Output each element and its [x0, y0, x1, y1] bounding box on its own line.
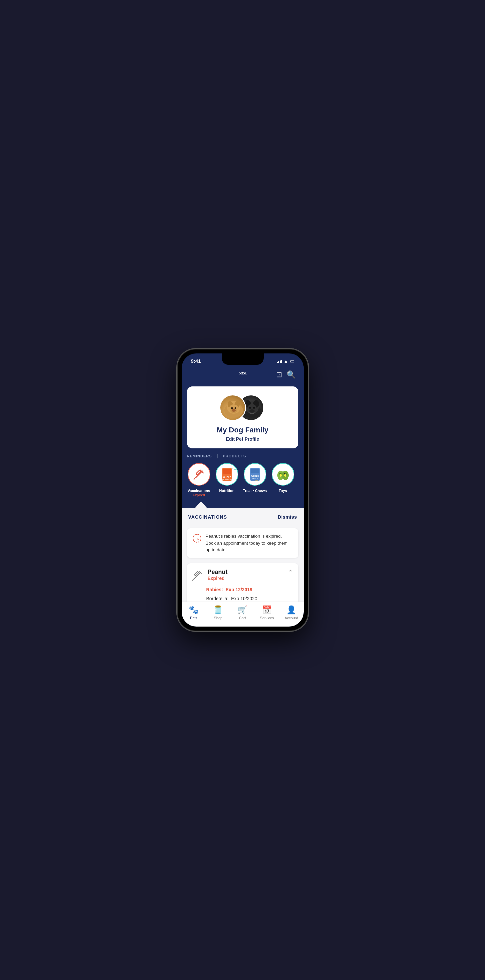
svg-rect-22: [223, 469, 231, 474]
vacc-item-bordetella: Bordetella: Exp 10/2020: [206, 595, 293, 601]
nav-label-account: Account: [285, 616, 298, 620]
alert-text: Peanut's rabies vaccination is expired. …: [206, 533, 293, 553]
nav-item-services[interactable]: 📅 Services: [257, 605, 277, 620]
services-icon: 📅: [262, 605, 272, 614]
svg-point-7: [235, 407, 236, 409]
svg-text:WHOLE: WHOLE: [222, 476, 231, 478]
wifi-icon: ▲: [284, 358, 288, 364]
bottom-nav: 🐾 Pets 🫙 Shop 🛒 Cart 📅 Services 👤 Accoun…: [182, 601, 304, 627]
svg-text:HEARTED: HEARTED: [250, 477, 259, 479]
battery-icon: ▭: [290, 358, 294, 364]
cart-icon: 🛒: [237, 605, 247, 614]
paw-icon: 🐾: [189, 605, 199, 614]
vacc-item-rabies: Rabies: Exp 12/2019: [206, 586, 293, 593]
dog-tan-svg: [220, 395, 246, 421]
nutrition-circle: ↻ WHOLE HEARTED: [216, 463, 238, 486]
product-toys[interactable]: Toys: [271, 463, 295, 493]
vaccinations-label: Vaccinations Expired: [188, 488, 210, 497]
svg-point-37: [284, 473, 285, 474]
svg-line-20: [194, 478, 195, 479]
phone-screen: 9:41 ▲ ▭ petco. ⊡ 🔍: [182, 353, 304, 627]
petco-logo: petco.: [239, 369, 246, 380]
nav-item-account[interactable]: 👤 Account: [281, 605, 302, 620]
products-scroll: Vaccinations Expired ↻ WHOLE HEARTED: [187, 463, 298, 497]
search-icon[interactable]: 🔍: [287, 371, 296, 379]
product-nutrition[interactable]: ↻ WHOLE HEARTED Nutrition: [215, 463, 239, 493]
svg-point-14: [249, 407, 251, 409]
treat-chews-product-icon: WHOLE HEARTED TREATS: [248, 466, 262, 483]
nav-item-shop[interactable]: 🫙 Shop: [208, 605, 228, 620]
pet-vacc-info: Peanut Expired: [207, 569, 228, 581]
alert-clock-icon: [192, 534, 202, 545]
svg-text:WHOLE: WHOLE: [251, 475, 258, 477]
app-header: petco. ⊡ 🔍: [182, 366, 304, 387]
pet-vacc-left: Peanut Expired: [192, 569, 228, 583]
header-icons: ⊡ 🔍: [276, 371, 296, 379]
svg-point-34: [280, 474, 282, 477]
pet-card: My Dog Family Edit Pet Profile: [187, 387, 298, 449]
products-section: REMINDERS PRODUCTS V: [182, 449, 304, 501]
treat-chews-label: Treat • Chews: [243, 488, 267, 493]
products-label: PRODUCTS: [223, 454, 246, 458]
svg-line-46: [192, 579, 193, 581]
svg-point-35: [284, 474, 286, 477]
account-icon: 👤: [286, 605, 296, 614]
svg-line-43: [194, 573, 200, 579]
status-time: 9:41: [191, 358, 201, 364]
expired-clock-icon: [192, 534, 202, 543]
nav-item-pets[interactable]: 🐾 Pets: [183, 605, 204, 620]
section-labels: REMINDERS PRODUCTS: [187, 454, 298, 458]
pet-family-name: My Dog Family: [217, 426, 268, 434]
svg-rect-18: [196, 470, 201, 475]
avatar-dog-1: [219, 395, 246, 421]
dog-tan-image: [220, 395, 245, 420]
shop-icon: 🫙: [213, 605, 223, 614]
nutrition-label: Nutrition: [219, 488, 235, 493]
arrow-indicator-container: [182, 501, 304, 508]
vacc-status: Expired: [207, 576, 228, 581]
svg-text:HEARTED: HEARTED: [222, 479, 232, 480]
treat-chews-circle: WHOLE HEARTED TREATS: [244, 463, 266, 486]
svg-rect-26: [251, 469, 259, 473]
pet-vacc-card: Peanut Expired ⌃ Rabies: Exp 12/2019 Bor…: [187, 563, 298, 601]
dismiss-button[interactable]: Dismiss: [278, 514, 297, 520]
svg-point-6: [231, 407, 233, 409]
vaccinations-title: VACCINATIONS: [188, 514, 227, 520]
nutrition-product-icon: WHOLE HEARTED: [220, 466, 235, 483]
signal-strength-icon: [277, 359, 282, 363]
syringe-icon: [192, 570, 203, 583]
alert-box: Peanut's rabies vaccination is expired. …: [187, 528, 298, 558]
syringe-reminder-icon: [193, 468, 205, 480]
refresh-badge: ↻: [232, 463, 238, 470]
nav-item-cart[interactable]: 🛒 Cart: [232, 605, 252, 620]
svg-text:TREATS: TREATS: [252, 480, 258, 482]
barcode-scanner-icon[interactable]: ⊡: [276, 371, 282, 379]
nav-label-services: Services: [260, 616, 274, 620]
reminder-vaccinations[interactable]: Vaccinations Expired: [187, 463, 211, 497]
nav-label-shop: Shop: [214, 616, 222, 620]
reminders-label: REMINDERS: [187, 454, 212, 458]
svg-point-15: [253, 407, 255, 409]
edit-pet-profile-button[interactable]: Edit Pet Profile: [226, 436, 259, 442]
phone-wrapper: 9:41 ▲ ▭ petco. ⊡ 🔍: [178, 349, 308, 631]
section-divider: [217, 454, 218, 458]
toys-circle: [272, 463, 294, 486]
pet-name: Peanut: [207, 569, 228, 576]
nav-label-pets: Pets: [190, 616, 197, 620]
product-treat-chews[interactable]: WHOLE HEARTED TREATS Treat • Chews: [243, 463, 267, 493]
vaccinations-header: VACCINATIONS Dismiss: [182, 508, 304, 523]
svg-point-36: [279, 473, 280, 474]
nav-label-cart: Cart: [239, 616, 246, 620]
svg-line-42: [197, 539, 198, 539]
toys-label: Toys: [279, 488, 287, 493]
pet-vacc-header: Peanut Expired ⌃: [192, 569, 293, 583]
svg-point-8: [232, 409, 236, 412]
main-content: VACCINATIONS Dismiss Peanut's rabies vac…: [182, 508, 304, 601]
syringe-detail-icon: [192, 570, 203, 581]
svg-point-16: [249, 409, 255, 413]
pet-avatars: [219, 395, 266, 421]
arrow-up-indicator: [195, 501, 207, 508]
chevron-up-icon[interactable]: ⌃: [288, 569, 293, 576]
notch: [222, 353, 264, 365]
vaccinations-circle: [188, 463, 211, 486]
